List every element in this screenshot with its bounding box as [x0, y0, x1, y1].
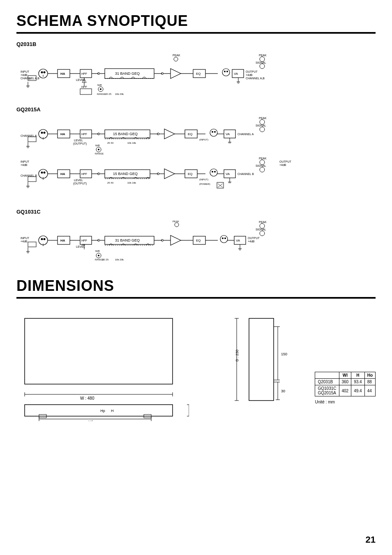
svg-text:31 BAND GEQ: 31 BAND GEQ: [115, 238, 140, 242]
svg-text:20  25: 20 25: [105, 93, 112, 95]
row-model-2: GQ1031CGQ2015A: [315, 385, 339, 396]
front-view: W : 480 Hp H 5.4: [16, 306, 224, 423]
svg-text:H: H: [111, 409, 114, 413]
schema-title: SCHEMA SYNOPTIQUE: [16, 12, 376, 34]
svg-text:15 BAND GEQ: 15 BAND GEQ: [113, 132, 138, 136]
svg-point-64: [39, 129, 48, 138]
svg-point-229: [175, 223, 179, 227]
svg-text:RANGE: RANGE: [97, 93, 106, 95]
svg-point-45: [226, 71, 228, 72]
svg-text:HA: HA: [60, 172, 65, 176]
svg-rect-231: [25, 318, 173, 384]
svg-text:HA: HA: [60, 239, 65, 242]
svg-text:VA: VA: [236, 239, 240, 242]
svg-point-213: [220, 235, 228, 243]
svg-text:16k 20k: 16k 20k: [115, 93, 124, 95]
dimensions-table: Wl H Ho Q2031B 360 93.4 88 G: [315, 372, 376, 423]
svg-point-121: [44, 172, 46, 174]
svg-point-120: [41, 172, 43, 174]
svg-text:PEAK: PEAK: [259, 157, 267, 160]
svg-rect-183: [28, 242, 36, 247]
svg-text:PEAK: PEAK: [173, 220, 179, 223]
svg-rect-22: [80, 89, 92, 94]
svg-text:SIGNAL: SIGNAL: [256, 164, 266, 167]
diagram-q2031b: INPUT +4dB CHANNEL A,B HA HPF: [16, 49, 376, 102]
svg-text:+4dB: +4dB: [248, 240, 255, 243]
col-ho: Ho: [364, 372, 375, 379]
svg-text:CHANNEL A,B: CHANNEL A,B: [246, 77, 265, 80]
svg-text:150: 150: [281, 352, 287, 356]
svg-text:OUTPUT: OUTPUT: [279, 160, 292, 163]
svg-text:SIGNAL: SIGNAL: [256, 124, 266, 127]
col-wl: Wl: [339, 372, 351, 379]
svg-point-8: [41, 71, 43, 74]
row-h-2: 49.4: [351, 385, 364, 396]
row-ho-2: 44: [364, 385, 375, 396]
svg-text:+4dB: +4dB: [21, 74, 28, 76]
side-view-svg: D : 230 150 30: [233, 306, 307, 421]
table-row: GQ1031CGQ2015A 402 49.4 44: [315, 385, 376, 396]
svg-text:OUTPUT: OUTPUT: [246, 70, 258, 73]
svg-text:+4dB: +4dB: [21, 240, 28, 243]
side-view: D : 230 150 30: [233, 306, 307, 423]
svg-point-92: [98, 149, 99, 150]
dimensions-drawings: W : 480 Hp H 5.4: [16, 306, 376, 423]
svg-marker-147: [164, 169, 175, 179]
svg-text:HPF: HPF: [81, 85, 87, 88]
svg-text:15 BAND GEQ: 15 BAND GEQ: [113, 172, 138, 176]
svg-text:LEVEL: LEVEL: [76, 245, 85, 248]
svg-text:10k 16k: 10k 16k: [127, 142, 136, 144]
svg-marker-208: [171, 235, 181, 245]
svg-point-102: [210, 129, 217, 136]
svg-text:+4dB: +4dB: [246, 74, 253, 76]
svg-text:25  40: 25 40: [107, 142, 114, 144]
svg-point-215: [224, 237, 226, 239]
svg-text:PEAK: PEAK: [259, 117, 267, 120]
svg-point-28: [100, 88, 101, 90]
svg-text:(INPUT): (INPUT): [199, 138, 208, 141]
svg-point-158: [212, 171, 213, 173]
row-ho-1: 88: [364, 379, 375, 385]
svg-point-104: [214, 131, 216, 133]
svg-point-103: [212, 131, 213, 133]
svg-text:EQ: EQ: [188, 172, 193, 176]
svg-point-9: [44, 71, 46, 74]
svg-text:10k 16k: 10k 16k: [127, 182, 136, 184]
svg-text:INPUT: INPUT: [21, 237, 30, 240]
svg-text:D : 230: D : 230: [235, 350, 239, 362]
svg-text:PEAK: PEAK: [259, 221, 267, 223]
svg-point-65: [41, 132, 43, 134]
svg-text:31 BAND GEQ: 31 BAND GEQ: [115, 71, 140, 76]
svg-text:20  25: 20 25: [102, 258, 109, 261]
svg-text:CHANNEL A: CHANNEL A: [238, 133, 254, 136]
svg-text:OUTPUT: OUTPUT: [248, 237, 260, 240]
table-row: Q2031B 360 93.4 88: [315, 379, 376, 385]
svg-text:HPF: HPF: [81, 173, 87, 175]
col-h: H: [351, 372, 364, 379]
svg-text:30: 30: [281, 389, 285, 393]
svg-text:HPF: HPF: [81, 133, 87, 136]
svg-text:(POWER): (POWER): [199, 183, 210, 185]
svg-text:Wl: Wl: [88, 420, 93, 421]
svg-text:Hp: Hp: [100, 409, 105, 413]
svg-point-43: [222, 69, 230, 76]
svg-text:PEAK: PEAK: [259, 54, 267, 57]
svg-point-119: [39, 169, 48, 178]
svg-text:INPUT: INPUT: [21, 160, 30, 163]
svg-text:6dB: 6dB: [95, 144, 100, 147]
svg-text:SIGNAL: SIGNAL: [256, 228, 266, 231]
row-wl-1: 360: [339, 379, 351, 385]
q2031b-svg: INPUT +4dB CHANNEL A,B HA HPF: [16, 49, 370, 102]
model-gq1031c-label: GQ1031C: [16, 209, 376, 215]
svg-text:RANGE: RANGE: [95, 152, 104, 155]
svg-text:(OUTPUT): (OUTPUT): [73, 142, 87, 145]
model-gq2015a-label: GQ2015A: [16, 106, 376, 113]
svg-text:HA: HA: [60, 72, 65, 76]
svg-text:SIGNAL: SIGNAL: [256, 61, 266, 64]
front-view-svg: W : 480 Hp H 5.4: [16, 306, 189, 421]
gq1031c-svg: INPUT +4dB HA HPF /80 LE: [16, 216, 370, 270]
svg-rect-72: [28, 137, 36, 142]
dim-table: Wl H Ho Q2031B 360 93.4 88 G: [315, 372, 376, 396]
svg-point-60: [174, 57, 178, 61]
svg-text:∫∫∫: ∫∫∫: [28, 77, 31, 80]
